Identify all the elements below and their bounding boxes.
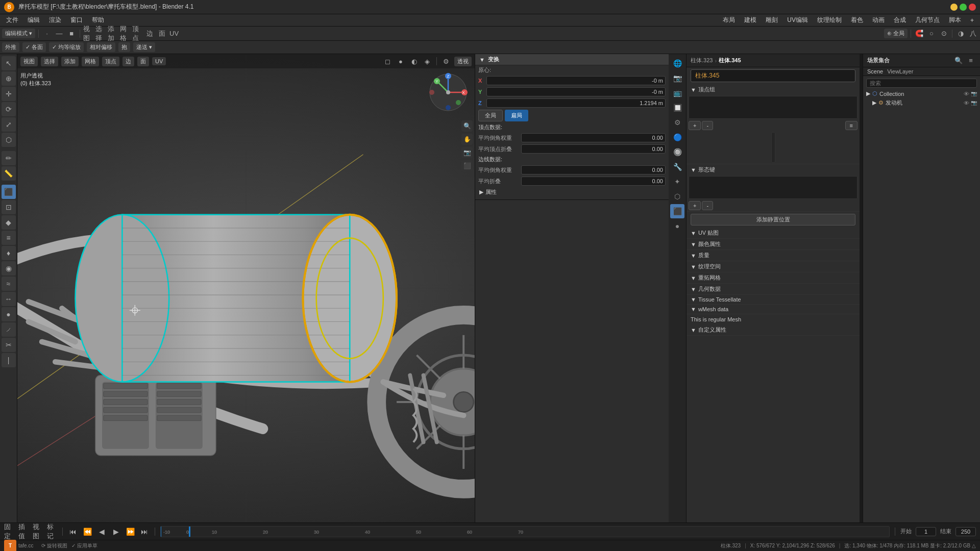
x-coord-value[interactable]: -0 m [486,76,666,85]
wireframe-toggle[interactable]: ◑ [955,29,966,39]
custom-props-header[interactable]: ▼ 自定义属性 [687,324,860,335]
extrude-tool[interactable]: ⬛ [2,185,16,199]
viewlayer-name[interactable]: ViewLayer [887,68,913,74]
avg-crease-value[interactable]: 0.00 [521,133,666,142]
particles-props-tab[interactable]: ✦ [670,174,684,189]
scene-name[interactable]: Scene [867,68,883,74]
normals-header[interactable]: ▼ 质量 [687,250,860,261]
all-faces-btn[interactable]: ✓ 各面 [22,42,46,52]
scale-tool[interactable]: ⤢ [2,117,16,132]
shear-tool[interactable]: ⟋ [2,322,16,337]
spin-tool[interactable]: ◉ [2,261,16,276]
outliner-search-input[interactable] [866,79,977,88]
start-frame-field[interactable]: 1 [916,527,936,536]
3d-viewport[interactable]: 视图 选择 添加 网格 顶点 边 面 UV ◻ ● ◐ ◈ ⚙ 透视 用户透视 [17,54,475,522]
knife-tool[interactable]: ✂ [2,338,16,352]
edge-sharp-value[interactable]: 0.00 [521,177,666,186]
vg-scrollbar[interactable] [771,132,775,163]
select-tool[interactable]: ↖ [2,56,16,70]
btn4[interactable]: 递送 ▾ [133,42,155,52]
color-attrs-header[interactable]: ▼ 颜色属性 [687,239,860,249]
shape-keys-header[interactable]: ▼ 形态键 [687,164,860,175]
timeline-interp[interactable]: 插值 [18,527,29,537]
collection-icon[interactable]: ⬛ [461,160,473,171]
add-menu[interactable]: 添加 [108,29,118,39]
view-menu-btn[interactable]: 视图 [20,57,38,66]
wireframe-mode[interactable]: ◻ [382,56,393,66]
geometry-data-header[interactable]: ▼ 几何数据 [687,284,860,294]
global-view-toggle[interactable]: ⊕ 全局 [884,29,908,38]
scene-tab[interactable]: ⚙ [670,115,684,130]
smooth-tool[interactable]: ≈ [2,277,16,291]
vg-remove-btn[interactable]: - [702,121,713,130]
proportional-edit[interactable]: ○ [926,29,937,39]
zoom-in-icon[interactable]: 🔍 [461,120,473,132]
shrink-fatten-tool[interactable]: ● [2,307,16,321]
output-props-tab[interactable]: 📺 [670,86,684,100]
menu-compositing[interactable]: 合成 [890,15,910,26]
btn3[interactable]: 抱 [118,42,130,52]
menu-render[interactable]: 渲染 [45,15,65,26]
menu-sculpt[interactable]: 雕刻 [762,15,782,26]
perspective-toggle[interactable]: 透视 [454,57,472,66]
face-menu-btn[interactable]: 面 [137,57,149,66]
camera-icon[interactable]: 📷 [461,147,473,158]
menu-geometry-nodes[interactable]: 几何节点 [911,15,944,26]
timeline-marker[interactable]: 标记 [47,527,57,537]
uv-maps-header[interactable]: ▼ UV 贴图 [687,228,860,238]
snap-icon[interactable]: 🧲 [914,29,924,39]
end-frame-field[interactable]: 250 [955,527,976,536]
vertex-groups-header[interactable]: ▼ 顶点组 [687,84,860,95]
remesh-header[interactable]: ▼ 重拓网格 [687,272,860,283]
transform-header[interactable]: ▼ 变换 [475,54,669,65]
edge-crease-value[interactable]: 0.00 [521,165,666,174]
engine-render-icon[interactable]: 📷 [971,100,977,106]
add-menu-btn[interactable]: 添加 [61,57,79,66]
bevel-tool[interactable]: ◆ [2,215,16,230]
menu-scripting[interactable]: 脚本 [945,15,965,26]
annotate-tool[interactable]: ✏ [2,151,16,165]
global-btn[interactable]: 全局 [478,110,503,121]
relative-offset-btn[interactable]: 相对偏移 [87,42,115,52]
mesh-select-face[interactable]: ■ [66,29,77,39]
menu-add[interactable]: + [966,16,978,25]
transform-tool[interactable]: ⬡ [2,133,16,147]
timeline-track[interactable]: -10 0 10 20 30 40 50 60 70 [160,526,890,537]
timeline-view[interactable]: 视图 [33,527,43,537]
menu-uv[interactable]: UV编辑 [783,15,812,26]
menu-edit[interactable]: 编辑 [23,15,44,26]
vertex-menu-btn[interactable]: 顶点 [102,57,119,66]
uv-menu-btn[interactable]: UV [152,57,166,65]
window-controls[interactable] [950,4,976,11]
vertex-menu[interactable]: 顶点 [132,29,142,39]
material-props-tab[interactable]: ● [670,219,684,233]
viewport-options[interactable]: ⚙ [441,56,451,66]
mesh-menu[interactable]: 网格 [120,29,130,39]
move-tool[interactable]: ✛ [2,87,16,101]
breadcrumb-obj2[interactable]: 柱体.345 [719,57,741,64]
uv-menu[interactable]: UV [169,29,179,39]
local-btn[interactable]: 扁局 [505,110,528,121]
outliner-collection-item[interactable]: ▶ ⬡ Collection 👁 📷 [864,89,979,98]
select-menu-btn[interactable]: 选择 [41,57,58,66]
collection-expand-arrow[interactable]: ▶ [866,90,870,97]
maximize-button[interactable] [960,4,967,11]
engine-expand-arrow[interactable]: ▶ [872,99,876,106]
vg-add-btn[interactable]: + [689,121,701,130]
menu-texture[interactable]: 纹理绘制 [813,15,846,26]
equal-scale-btn[interactable]: ✓ 均等缩放 [49,42,84,52]
face-menu[interactable]: 面 [157,29,167,39]
mesh-select-vertex[interactable]: · [42,29,52,39]
physics-props-tab[interactable]: ⬡ [670,189,684,204]
material-mode[interactable]: ◐ [409,56,419,66]
pivot-icon[interactable]: ⊙ [939,29,949,39]
measure-tool[interactable]: 📏 [2,166,16,181]
jump-end-btn[interactable]: ⏭ [139,527,150,537]
cursor-tool[interactable]: ⊕ [2,71,16,86]
play-back-btn[interactable]: ◀ [96,527,107,537]
close-button[interactable] [969,4,976,11]
add-rest-position-btn[interactable]: 添加静置位置 [691,214,855,226]
solid-mode[interactable]: ● [396,56,406,66]
z-coord-value[interactable]: 1.2194 m [486,98,666,108]
modifier-props-tab[interactable]: 🔧 [670,160,684,174]
